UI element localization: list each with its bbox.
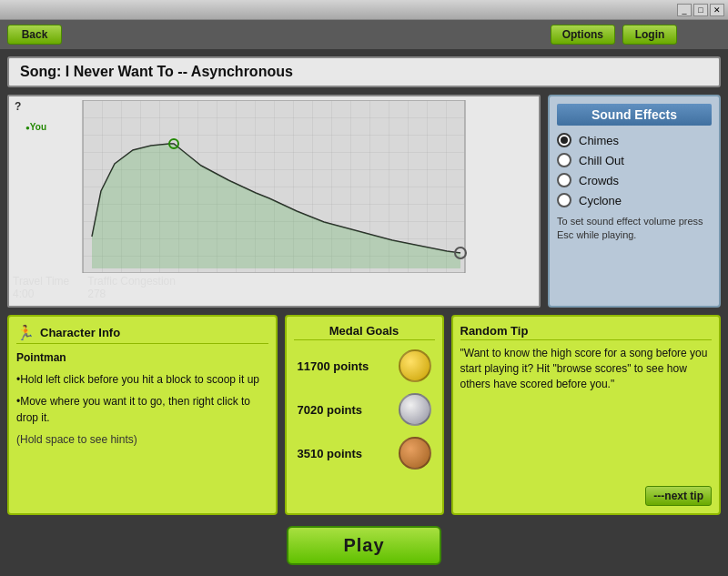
radio-cyclone-label: Cyclone [579,194,622,207]
travel-time-info: Travel Time 4:00 [13,275,69,300]
random-tip-panel: Random Tip "Want to know the high score … [451,315,722,515]
play-container: Play [7,522,721,569]
character-tip-1: •Move where you want it to go, then righ… [16,393,268,426]
sound-effects-title: Sound Effects [557,104,712,126]
upper-section: ? You [7,95,721,308]
character-tip-0: •Hold left click before you hit a block … [16,371,268,388]
radio-crowds[interactable]: Crowds [557,173,712,187]
radio-chimes[interactable]: Chimes [557,133,712,147]
traffic-congestion-info: Traffic Congestion 278 [87,275,176,300]
radio-chimes-selected [561,136,568,144]
sound-hint: To set sound effect volume press Esc whi… [557,215,712,243]
title-bar: _ □ ✕ [0,0,728,20]
character-info-panel: 🏃 Character Info Pointman •Hold left cli… [7,315,278,515]
play-button[interactable]: Play [287,526,440,565]
radio-chill-out-button[interactable] [557,153,571,167]
random-tip-title: Random Tip [460,324,713,340]
chart-info: Travel Time 4:00 Traffic Congestion 278 [13,273,535,302]
radio-chill-out-label: Chill Out [579,154,624,167]
radio-crowds-label: Crowds [579,174,619,187]
character-content: Pointman •Hold left click before you hit… [16,349,268,448]
medal-bronze-circle [399,437,431,470]
character-name: Pointman [16,349,268,366]
medal-row-gold: 11700 points [294,348,435,384]
character-tip-2: (Hold space to see hints) [16,431,268,448]
window-controls[interactable]: _ □ ✕ [677,4,724,16]
medal-row-bronze: 3510 points [294,435,435,471]
options-button[interactable]: Options [551,25,615,45]
character-icon: 🏃 [16,324,35,341]
chart-container: ? You [7,95,541,308]
medal-gold-points: 11700 points [298,359,369,373]
radio-cyclone-button[interactable] [557,193,571,207]
chart-canvas [13,100,535,273]
radio-chill-out[interactable]: Chill Out [557,153,712,167]
back-button[interactable]: Back [7,25,62,45]
character-info-title: 🏃 Character Info [16,324,268,344]
login-button[interactable]: Login [622,25,677,45]
song-title: Song: I Never Want To -- Asynchronous [7,56,721,87]
close-button[interactable]: ✕ [710,4,724,16]
chart-svg [13,100,535,273]
sound-effects-panel: Sound Effects Chimes Chill Out Crowds Cy… [548,95,721,308]
radio-cyclone[interactable]: Cyclone [557,193,712,207]
radio-crowds-button[interactable] [557,173,571,187]
minimize-button[interactable]: _ [677,4,692,16]
medal-silver-circle [399,393,431,426]
main-content: Song: I Never Want To -- Asynchronous ? … [0,49,728,576]
medal-goals-panel: Medal Goals 11700 points 7020 points 351… [285,315,444,515]
radio-chimes-label: Chimes [579,134,619,147]
medal-bronze-points: 3510 points [298,447,363,460]
toolbar: Back Options Login [0,20,728,49]
medal-row-silver: 7020 points [294,391,435,428]
medal-goals-title: Medal Goals [294,324,435,340]
bottom-section: 🏃 Character Info Pointman •Hold left cli… [7,315,721,515]
next-tip-button[interactable]: ---next tip [645,486,712,506]
random-tip-content: "Want to know the high score for a song … [460,346,713,480]
medal-silver-points: 7020 points [298,403,363,417]
medal-gold-circle [399,349,431,382]
radio-chimes-button[interactable] [557,133,571,147]
maximize-button[interactable]: □ [693,4,708,16]
